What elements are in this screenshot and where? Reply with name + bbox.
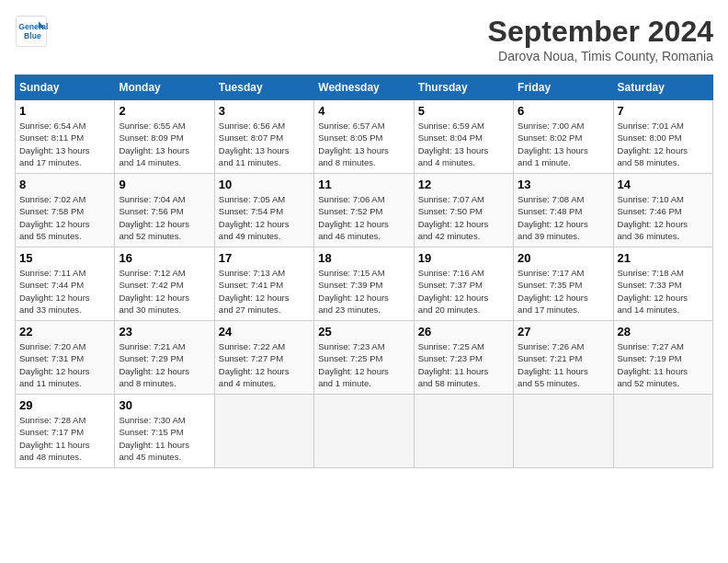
day-number: 29 — [19, 398, 110, 412]
day-info: Sunrise: 7:25 AM Sunset: 7:23 PM Dayligh… — [418, 340, 509, 389]
day-cell-26: 26Sunrise: 7:25 AM Sunset: 7:23 PM Dayli… — [414, 321, 513, 395]
day-number: 18 — [318, 251, 409, 265]
day-cell-2: 2Sunrise: 6:55 AM Sunset: 8:09 PM Daylig… — [115, 100, 214, 174]
day-number: 6 — [518, 104, 609, 118]
title-area: September 2024 Darova Noua, Timis County… — [488, 15, 713, 63]
day-number: 12 — [418, 178, 509, 191]
day-number: 25 — [318, 325, 409, 339]
day-number: 8 — [19, 178, 110, 191]
day-info: Sunrise: 6:55 AM Sunset: 8:09 PM Dayligh… — [119, 120, 210, 168]
day-number: 26 — [418, 325, 509, 339]
day-info: Sunrise: 7:18 AM Sunset: 7:33 PM Dayligh… — [618, 267, 709, 316]
day-number: 19 — [418, 251, 509, 265]
day-info: Sunrise: 6:54 AM Sunset: 8:11 PM Dayligh… — [19, 120, 110, 168]
day-number: 10 — [219, 178, 310, 191]
day-info: Sunrise: 7:11 AM Sunset: 7:44 PM Dayligh… — [19, 267, 110, 316]
logo-icon: General Blue — [15, 15, 48, 48]
header-friday: Friday — [514, 75, 613, 100]
day-cell-8: 8Sunrise: 7:02 AM Sunset: 7:58 PM Daylig… — [16, 174, 115, 247]
day-cell-17: 17Sunrise: 7:13 AM Sunset: 7:41 PM Dayli… — [214, 247, 313, 321]
empty-cell — [414, 395, 513, 468]
day-info: Sunrise: 7:27 AM Sunset: 7:19 PM Dayligh… — [618, 340, 709, 389]
empty-cell — [613, 395, 712, 468]
day-cell-28: 28Sunrise: 7:27 AM Sunset: 7:19 PM Dayli… — [613, 321, 712, 395]
day-number: 3 — [219, 104, 310, 118]
calendar-week-1: 1Sunrise: 6:54 AM Sunset: 8:11 PM Daylig… — [16, 100, 713, 174]
day-info: Sunrise: 7:17 AM Sunset: 7:35 PM Dayligh… — [518, 267, 609, 316]
day-cell-14: 14Sunrise: 7:10 AM Sunset: 7:46 PM Dayli… — [613, 174, 712, 247]
day-number: 5 — [418, 104, 509, 118]
day-cell-30: 30Sunrise: 7:30 AM Sunset: 7:15 PM Dayli… — [115, 395, 214, 468]
day-cell-13: 13Sunrise: 7:08 AM Sunset: 7:48 PM Dayli… — [514, 174, 613, 247]
header-saturday: Saturday — [613, 75, 712, 100]
day-number: 20 — [518, 251, 609, 265]
day-info: Sunrise: 6:57 AM Sunset: 8:05 PM Dayligh… — [318, 120, 409, 168]
header: General Blue September 2024 Darova Noua,… — [15, 15, 713, 63]
day-info: Sunrise: 6:56 AM Sunset: 8:07 PM Dayligh… — [219, 120, 310, 168]
day-cell-24: 24Sunrise: 7:22 AM Sunset: 7:27 PM Dayli… — [214, 321, 313, 395]
day-cell-9: 9Sunrise: 7:04 AM Sunset: 7:56 PM Daylig… — [115, 174, 214, 247]
header-tuesday: Tuesday — [214, 75, 313, 100]
day-number: 22 — [19, 325, 110, 339]
day-number: 27 — [518, 325, 609, 339]
day-cell-25: 25Sunrise: 7:23 AM Sunset: 7:25 PM Dayli… — [314, 321, 414, 395]
header-wednesday: Wednesday — [314, 75, 414, 100]
calendar-week-5: 29Sunrise: 7:28 AM Sunset: 7:17 PM Dayli… — [16, 395, 713, 468]
svg-text:Blue: Blue — [24, 31, 41, 40]
day-info: Sunrise: 7:15 AM Sunset: 7:39 PM Dayligh… — [318, 267, 409, 316]
day-cell-12: 12Sunrise: 7:07 AM Sunset: 7:50 PM Dayli… — [414, 174, 513, 247]
day-info: Sunrise: 7:10 AM Sunset: 7:46 PM Dayligh… — [618, 193, 709, 242]
day-info: Sunrise: 7:04 AM Sunset: 7:56 PM Dayligh… — [119, 193, 210, 242]
weekday-header-row: Sunday Monday Tuesday Wednesday Thursday… — [16, 75, 713, 100]
day-info: Sunrise: 7:06 AM Sunset: 7:52 PM Dayligh… — [318, 193, 409, 242]
day-info: Sunrise: 7:23 AM Sunset: 7:25 PM Dayligh… — [318, 340, 409, 389]
day-number: 13 — [518, 178, 609, 191]
day-info: Sunrise: 7:26 AM Sunset: 7:21 PM Dayligh… — [518, 340, 609, 389]
day-number: 16 — [119, 251, 210, 265]
month-title: September 2024 — [488, 15, 713, 49]
day-cell-11: 11Sunrise: 7:06 AM Sunset: 7:52 PM Dayli… — [314, 174, 414, 247]
day-cell-19: 19Sunrise: 7:16 AM Sunset: 7:37 PM Dayli… — [414, 247, 513, 321]
day-cell-22: 22Sunrise: 7:20 AM Sunset: 7:31 PM Dayli… — [16, 321, 115, 395]
day-info: Sunrise: 7:12 AM Sunset: 7:42 PM Dayligh… — [119, 267, 210, 316]
day-info: Sunrise: 7:02 AM Sunset: 7:58 PM Dayligh… — [19, 193, 110, 242]
day-number: 24 — [219, 325, 310, 339]
empty-cell — [214, 395, 313, 468]
header-monday: Monday — [115, 75, 214, 100]
day-info: Sunrise: 7:28 AM Sunset: 7:17 PM Dayligh… — [19, 414, 110, 463]
day-cell-1: 1Sunrise: 6:54 AM Sunset: 8:11 PM Daylig… — [16, 100, 115, 174]
day-cell-6: 6Sunrise: 7:00 AM Sunset: 8:02 PM Daylig… — [514, 100, 613, 174]
day-number: 9 — [119, 178, 210, 191]
header-sunday: Sunday — [16, 75, 115, 100]
day-info: Sunrise: 7:00 AM Sunset: 8:02 PM Dayligh… — [518, 120, 609, 168]
day-cell-18: 18Sunrise: 7:15 AM Sunset: 7:39 PM Dayli… — [314, 247, 414, 321]
day-info: Sunrise: 7:05 AM Sunset: 7:54 PM Dayligh… — [219, 193, 310, 242]
day-number: 28 — [618, 325, 709, 339]
day-number: 7 — [618, 104, 709, 118]
day-info: Sunrise: 7:08 AM Sunset: 7:48 PM Dayligh… — [518, 193, 609, 242]
day-number: 17 — [219, 251, 310, 265]
day-number: 23 — [119, 325, 210, 339]
day-info: Sunrise: 7:16 AM Sunset: 7:37 PM Dayligh… — [418, 267, 509, 316]
day-cell-4: 4Sunrise: 6:57 AM Sunset: 8:05 PM Daylig… — [314, 100, 414, 174]
day-number: 14 — [618, 178, 709, 191]
day-cell-27: 27Sunrise: 7:26 AM Sunset: 7:21 PM Dayli… — [514, 321, 613, 395]
day-number: 4 — [318, 104, 409, 118]
day-cell-3: 3Sunrise: 6:56 AM Sunset: 8:07 PM Daylig… — [214, 100, 313, 174]
calendar-week-4: 22Sunrise: 7:20 AM Sunset: 7:31 PM Dayli… — [16, 321, 713, 395]
logo: General Blue — [15, 15, 48, 48]
day-info: Sunrise: 7:20 AM Sunset: 7:31 PM Dayligh… — [19, 340, 110, 389]
calendar-table: Sunday Monday Tuesday Wednesday Thursday… — [15, 75, 713, 468]
day-info: Sunrise: 6:59 AM Sunset: 8:04 PM Dayligh… — [418, 120, 509, 168]
day-cell-29: 29Sunrise: 7:28 AM Sunset: 7:17 PM Dayli… — [16, 395, 115, 468]
day-info: Sunrise: 7:13 AM Sunset: 7:41 PM Dayligh… — [219, 267, 310, 316]
day-cell-15: 15Sunrise: 7:11 AM Sunset: 7:44 PM Dayli… — [16, 247, 115, 321]
day-number: 15 — [19, 251, 110, 265]
day-info: Sunrise: 7:07 AM Sunset: 7:50 PM Dayligh… — [418, 193, 509, 242]
empty-cell — [314, 395, 414, 468]
day-info: Sunrise: 7:22 AM Sunset: 7:27 PM Dayligh… — [219, 340, 310, 389]
day-cell-21: 21Sunrise: 7:18 AM Sunset: 7:33 PM Dayli… — [613, 247, 712, 321]
day-info: Sunrise: 7:21 AM Sunset: 7:29 PM Dayligh… — [119, 340, 210, 389]
day-cell-10: 10Sunrise: 7:05 AM Sunset: 7:54 PM Dayli… — [214, 174, 313, 247]
day-cell-7: 7Sunrise: 7:01 AM Sunset: 8:00 PM Daylig… — [613, 100, 712, 174]
